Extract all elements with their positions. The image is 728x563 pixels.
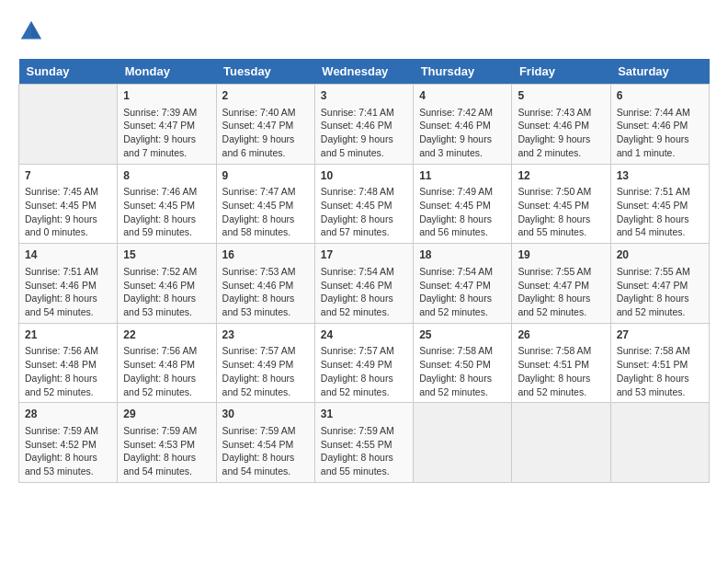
day-cell-content: Sunrise: 7:59 AMSunset: 4:55 PMDaylight:… [321,424,407,478]
day-number: 10 [321,168,407,184]
day-number: 24 [321,327,407,343]
calendar-cell [414,403,512,483]
day-cell-content: Sunrise: 7:42 AMSunset: 4:46 PMDaylight:… [419,106,506,160]
day-number: 30 [222,407,309,422]
weekday-header-wednesday: Wednesday [314,59,413,85]
day-number: 3 [321,88,407,104]
day-number: 27 [617,327,703,343]
calendar-cell: 18Sunrise: 7:54 AMSunset: 4:47 PMDayligh… [414,244,512,324]
day-number: 5 [518,88,604,104]
calendar-week-row-5: 28Sunrise: 7:59 AMSunset: 4:52 PMDayligh… [19,403,710,483]
day-cell-content: Sunrise: 7:59 AMSunset: 4:53 PMDaylight:… [123,424,210,478]
day-number: 9 [222,168,309,184]
calendar-cell [512,403,610,483]
calendar-cell: 16Sunrise: 7:53 AMSunset: 4:46 PMDayligh… [216,244,314,324]
day-cell-content: Sunrise: 7:58 AMSunset: 4:51 PMDaylight:… [518,344,604,398]
day-cell-content: Sunrise: 7:55 AMSunset: 4:47 PMDaylight:… [617,265,703,319]
day-cell-content: Sunrise: 7:55 AMSunset: 4:47 PMDaylight:… [518,265,604,319]
day-cell-content: Sunrise: 7:57 AMSunset: 4:49 PMDaylight:… [321,344,407,398]
day-number: 26 [518,327,604,343]
weekday-header-tuesday: Tuesday [216,59,314,85]
calendar-cell: 17Sunrise: 7:54 AMSunset: 4:46 PMDayligh… [314,244,413,324]
calendar-cell [19,85,118,165]
day-cell-content: Sunrise: 7:43 AMSunset: 4:46 PMDaylight:… [518,106,604,160]
day-cell-content: Sunrise: 7:59 AMSunset: 4:54 PMDaylight:… [222,424,309,478]
calendar-cell: 22Sunrise: 7:56 AMSunset: 4:48 PMDayligh… [118,323,216,403]
calendar-cell: 3Sunrise: 7:41 AMSunset: 4:46 PMDaylight… [314,85,413,165]
day-cell-content: Sunrise: 7:47 AMSunset: 4:45 PMDaylight:… [222,185,309,239]
day-number: 12 [518,168,604,184]
calendar-cell: 1Sunrise: 7:39 AMSunset: 4:47 PMDaylight… [118,85,216,165]
calendar-cell: 6Sunrise: 7:44 AMSunset: 4:46 PMDaylight… [610,85,709,165]
calendar-cell: 15Sunrise: 7:52 AMSunset: 4:46 PMDayligh… [118,244,216,324]
day-cell-content: Sunrise: 7:58 AMSunset: 4:50 PMDaylight:… [419,344,506,398]
day-cell-content: Sunrise: 7:41 AMSunset: 4:46 PMDaylight:… [321,106,407,160]
day-number: 15 [123,247,210,263]
weekday-header-row: SundayMondayTuesdayWednesdayThursdayFrid… [19,59,710,85]
calendar-cell: 30Sunrise: 7:59 AMSunset: 4:54 PMDayligh… [216,403,314,483]
day-number: 7 [25,168,111,184]
day-cell-content: Sunrise: 7:58 AMSunset: 4:51 PMDaylight:… [617,344,703,398]
day-cell-content: Sunrise: 7:54 AMSunset: 4:47 PMDaylight:… [419,265,506,319]
calendar-cell: 11Sunrise: 7:49 AMSunset: 4:45 PMDayligh… [414,164,512,244]
day-cell-content: Sunrise: 7:56 AMSunset: 4:48 PMDaylight:… [25,344,111,398]
day-number: 18 [419,247,506,263]
calendar-cell: 9Sunrise: 7:47 AMSunset: 4:45 PMDaylight… [216,164,314,244]
day-number: 6 [617,88,703,104]
calendar-cell: 29Sunrise: 7:59 AMSunset: 4:53 PMDayligh… [118,403,216,483]
calendar-cell: 24Sunrise: 7:57 AMSunset: 4:49 PMDayligh… [314,323,413,403]
day-cell-content: Sunrise: 7:59 AMSunset: 4:52 PMDaylight:… [25,424,111,478]
day-cell-content: Sunrise: 7:51 AMSunset: 4:46 PMDaylight:… [25,265,111,319]
calendar-cell: 7Sunrise: 7:45 AMSunset: 4:45 PMDaylight… [19,164,118,244]
day-cell-content: Sunrise: 7:40 AMSunset: 4:47 PMDaylight:… [222,106,309,160]
day-cell-content: Sunrise: 7:46 AMSunset: 4:45 PMDaylight:… [123,185,210,239]
day-cell-content: Sunrise: 7:50 AMSunset: 4:45 PMDaylight:… [518,185,604,239]
calendar-cell: 8Sunrise: 7:46 AMSunset: 4:45 PMDaylight… [118,164,216,244]
day-cell-content: Sunrise: 7:39 AMSunset: 4:47 PMDaylight:… [123,106,210,160]
calendar-week-row-1: 1Sunrise: 7:39 AMSunset: 4:47 PMDaylight… [19,85,710,165]
logo [18,18,48,44]
calendar-cell: 2Sunrise: 7:40 AMSunset: 4:47 PMDaylight… [216,85,314,165]
day-number: 17 [321,247,407,263]
day-number: 2 [222,88,309,104]
day-cell-content: Sunrise: 7:53 AMSunset: 4:46 PMDaylight:… [222,265,309,319]
day-cell-content: Sunrise: 7:48 AMSunset: 4:45 PMDaylight:… [321,185,407,239]
calendar-cell: 21Sunrise: 7:56 AMSunset: 4:48 PMDayligh… [19,323,118,403]
day-number: 22 [123,327,210,343]
calendar-cell: 26Sunrise: 7:58 AMSunset: 4:51 PMDayligh… [512,323,610,403]
calendar-table: SundayMondayTuesdayWednesdayThursdayFrid… [18,59,710,483]
day-cell-content: Sunrise: 7:49 AMSunset: 4:45 PMDaylight:… [419,185,506,239]
day-cell-content: Sunrise: 7:57 AMSunset: 4:49 PMDaylight:… [222,344,309,398]
day-number: 8 [123,168,210,184]
weekday-header-monday: Monday [118,59,216,85]
day-number: 31 [321,407,407,422]
weekday-header-saturday: Saturday [610,59,709,85]
day-number: 21 [25,327,111,343]
calendar-week-row-2: 7Sunrise: 7:45 AMSunset: 4:45 PMDaylight… [19,164,710,244]
calendar-cell: 13Sunrise: 7:51 AMSunset: 4:45 PMDayligh… [610,164,709,244]
calendar-cell: 31Sunrise: 7:59 AMSunset: 4:55 PMDayligh… [314,403,413,483]
calendar-cell: 20Sunrise: 7:55 AMSunset: 4:47 PMDayligh… [610,244,709,324]
day-cell-content: Sunrise: 7:56 AMSunset: 4:48 PMDaylight:… [123,344,210,398]
calendar-cell: 23Sunrise: 7:57 AMSunset: 4:49 PMDayligh… [216,323,314,403]
day-cell-content: Sunrise: 7:52 AMSunset: 4:46 PMDaylight:… [123,265,210,319]
header [18,18,710,44]
day-cell-content: Sunrise: 7:54 AMSunset: 4:46 PMDaylight:… [321,265,407,319]
day-number: 14 [25,247,111,263]
calendar-cell: 19Sunrise: 7:55 AMSunset: 4:47 PMDayligh… [512,244,610,324]
calendar-cell: 5Sunrise: 7:43 AMSunset: 4:46 PMDaylight… [512,85,610,165]
day-cell-content: Sunrise: 7:51 AMSunset: 4:45 PMDaylight:… [617,185,703,239]
weekday-header-thursday: Thursday [414,59,512,85]
day-number: 23 [222,327,309,343]
weekday-header-sunday: Sunday [19,59,118,85]
day-number: 11 [419,168,506,184]
day-number: 28 [25,407,111,422]
day-number: 19 [518,247,604,263]
day-number: 13 [617,168,703,184]
calendar-week-row-4: 21Sunrise: 7:56 AMSunset: 4:48 PMDayligh… [19,323,710,403]
logo-icon [18,18,44,44]
calendar-cell: 27Sunrise: 7:58 AMSunset: 4:51 PMDayligh… [610,323,709,403]
calendar-cell: 4Sunrise: 7:42 AMSunset: 4:46 PMDaylight… [414,85,512,165]
weekday-header-friday: Friday [512,59,610,85]
day-cell-content: Sunrise: 7:45 AMSunset: 4:45 PMDaylight:… [25,185,111,239]
